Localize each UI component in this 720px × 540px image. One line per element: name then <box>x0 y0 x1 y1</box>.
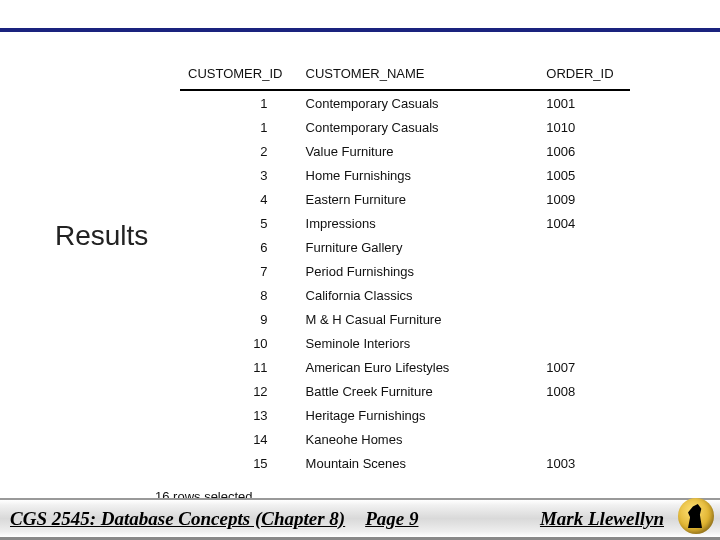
cell-customer-id: 15 <box>180 451 298 475</box>
cell-customer-name: California Classics <box>298 283 539 307</box>
cell-customer-id: 8 <box>180 283 298 307</box>
col-header-customer-name: CUSTOMER_NAME <box>298 60 539 90</box>
cell-customer-id: 14 <box>180 427 298 451</box>
table-row: 12Battle Creek Furniture1008 <box>180 379 630 403</box>
cell-order-id <box>538 235 630 259</box>
cell-customer-id: 1 <box>180 90 298 115</box>
table-row: 9M & H Casual Furniture <box>180 307 630 331</box>
slide-content: Results CUSTOMER_ID CUSTOMER_NAME ORDER_… <box>0 60 720 496</box>
table-row: 3Home Furnishings1005 <box>180 163 630 187</box>
table-row: 1Contemporary Casuals1010 <box>180 115 630 139</box>
cell-customer-name: Eastern Furniture <box>298 187 539 211</box>
cell-customer-name: American Euro Lifestyles <box>298 355 539 379</box>
cell-customer-name: Contemporary Casuals <box>298 90 539 115</box>
cell-customer-id: 6 <box>180 235 298 259</box>
ucf-logo <box>678 498 714 534</box>
cell-customer-id: 9 <box>180 307 298 331</box>
cell-customer-id: 5 <box>180 211 298 235</box>
cell-order-id: 1010 <box>538 115 630 139</box>
results-heading: Results <box>55 220 148 252</box>
cell-order-id: 1004 <box>538 211 630 235</box>
table-row: 13Heritage Furnishings <box>180 403 630 427</box>
cell-customer-id: 12 <box>180 379 298 403</box>
cell-customer-id: 10 <box>180 331 298 355</box>
table-row: 10Seminole Interiors <box>180 331 630 355</box>
cell-customer-name: Battle Creek Furniture <box>298 379 539 403</box>
cell-customer-name: Mountain Scenes <box>298 451 539 475</box>
col-header-customer-id: CUSTOMER_ID <box>180 60 298 90</box>
cell-order-id <box>538 331 630 355</box>
cell-customer-name: Seminole Interiors <box>298 331 539 355</box>
cell-order-id <box>538 307 630 331</box>
cell-order-id: 1003 <box>538 451 630 475</box>
results-table-wrap: CUSTOMER_ID CUSTOMER_NAME ORDER_ID 1Cont… <box>180 60 630 504</box>
table-body: 1Contemporary Casuals10011Contemporary C… <box>180 90 630 475</box>
results-table: CUSTOMER_ID CUSTOMER_NAME ORDER_ID 1Cont… <box>180 60 630 475</box>
table-header-row: CUSTOMER_ID CUSTOMER_NAME ORDER_ID <box>180 60 630 90</box>
cell-customer-name: Heritage Furnishings <box>298 403 539 427</box>
cell-order-id: 1001 <box>538 90 630 115</box>
table-row: 7Period Furnishings <box>180 259 630 283</box>
cell-customer-name: Kaneohe Homes <box>298 427 539 451</box>
table-row: 5Impressions1004 <box>180 211 630 235</box>
table-row: 6Furniture Gallery <box>180 235 630 259</box>
col-header-order-id: ORDER_ID <box>538 60 630 90</box>
table-row: 14Kaneohe Homes <box>180 427 630 451</box>
cell-customer-name: Furniture Gallery <box>298 235 539 259</box>
cell-customer-id: 13 <box>180 403 298 427</box>
cell-customer-id: 11 <box>180 355 298 379</box>
logo-circle-icon <box>678 498 714 534</box>
table-row: 8California Classics <box>180 283 630 307</box>
cell-customer-id: 7 <box>180 259 298 283</box>
cell-order-id <box>538 403 630 427</box>
cell-order-id: 1007 <box>538 355 630 379</box>
pegasus-icon <box>688 504 702 528</box>
cell-customer-id: 1 <box>180 115 298 139</box>
cell-customer-id: 2 <box>180 139 298 163</box>
table-row: 1Contemporary Casuals1001 <box>180 90 630 115</box>
cell-order-id <box>538 427 630 451</box>
table-row: 2Value Furniture1006 <box>180 139 630 163</box>
cell-customer-id: 4 <box>180 187 298 211</box>
cell-customer-name: Period Furnishings <box>298 259 539 283</box>
cell-customer-name: Impressions <box>298 211 539 235</box>
cell-customer-name: Home Furnishings <box>298 163 539 187</box>
cell-customer-name: Value Furniture <box>298 139 539 163</box>
table-row: 15Mountain Scenes1003 <box>180 451 630 475</box>
top-rule <box>0 28 720 32</box>
cell-customer-name: M & H Casual Furniture <box>298 307 539 331</box>
footer-course-chapter: CGS 2545: Database Concepts (Chapter 8) <box>0 508 345 530</box>
cell-customer-id: 3 <box>180 163 298 187</box>
table-row: 11American Euro Lifestyles1007 <box>180 355 630 379</box>
footer-page-number: Page 9 <box>345 508 438 530</box>
cell-customer-name: Contemporary Casuals <box>298 115 539 139</box>
cell-order-id: 1006 <box>538 139 630 163</box>
cell-order-id: 1005 <box>538 163 630 187</box>
table-row: 4Eastern Furniture1009 <box>180 187 630 211</box>
cell-order-id <box>538 283 630 307</box>
cell-order-id <box>538 259 630 283</box>
cell-order-id: 1008 <box>538 379 630 403</box>
slide-footer: CGS 2545: Database Concepts (Chapter 8) … <box>0 498 720 540</box>
cell-order-id: 1009 <box>538 187 630 211</box>
